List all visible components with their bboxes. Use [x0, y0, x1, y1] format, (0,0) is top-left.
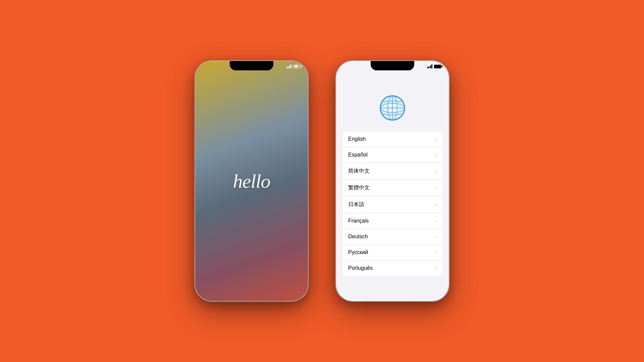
svg-point-5: [381, 96, 404, 120]
signal-icon: [286, 64, 292, 68]
signal-icon-lang: [427, 64, 433, 68]
globe-icon: [379, 95, 406, 121]
chevron-right-icon: ›: [435, 169, 437, 174]
hello-text: hello: [233, 170, 270, 192]
language-list: English › Español › 简体中文 › 繁體中文 › 日本語 › …: [343, 131, 442, 276]
chevron-right-icon: ›: [435, 265, 437, 271]
list-item[interactable]: English ›: [343, 131, 442, 147]
globe-area: [336, 95, 449, 121]
list-item[interactable]: Français ›: [343, 213, 442, 229]
list-item[interactable]: Português ›: [343, 260, 442, 276]
list-item[interactable]: 繁體中文 ›: [343, 180, 442, 196]
language-name: Português: [348, 265, 373, 271]
phone-language: English › Español › 简体中文 › 繁體中文 › 日本語 › …: [335, 60, 449, 302]
battery-fill-lang: [435, 65, 439, 67]
status-icons-lang: [427, 64, 442, 68]
hello-screen: hello: [195, 61, 308, 301]
list-item[interactable]: Deutsch ›: [343, 229, 442, 245]
list-item[interactable]: 简体中文 ›: [343, 163, 442, 180]
language-name: English: [348, 136, 366, 142]
chevron-right-icon: ›: [435, 185, 437, 191]
language-name: Русский: [348, 249, 368, 255]
chevron-right-icon: ›: [435, 202, 437, 207]
phone-hello: hello: [195, 60, 309, 302]
list-item[interactable]: Español ›: [343, 147, 442, 163]
chevron-right-icon: ›: [435, 234, 437, 239]
list-item[interactable]: 日本語 ›: [343, 196, 442, 213]
language-name: 繁體中文: [348, 184, 370, 191]
status-icons-hello: [286, 64, 301, 68]
language-name: Deutsch: [348, 234, 368, 240]
chevron-right-icon: ›: [435, 250, 437, 255]
language-name: 日本語: [348, 201, 364, 208]
notch-lang: [371, 61, 414, 70]
language-name: 简体中文: [348, 168, 370, 175]
language-name: Français: [348, 218, 369, 224]
chevron-right-icon: ›: [435, 136, 437, 142]
battery-icon-lang: [434, 65, 441, 68]
notch: [230, 61, 273, 70]
battery-icon: [293, 65, 301, 68]
list-item[interactable]: Русский ›: [343, 245, 442, 260]
chevron-right-icon: ›: [435, 218, 437, 224]
battery-fill: [294, 65, 299, 67]
language-screen: English › Español › 简体中文 › 繁體中文 › 日本語 › …: [336, 61, 449, 301]
chevron-right-icon: ›: [435, 152, 437, 158]
language-name: Español: [348, 152, 368, 158]
